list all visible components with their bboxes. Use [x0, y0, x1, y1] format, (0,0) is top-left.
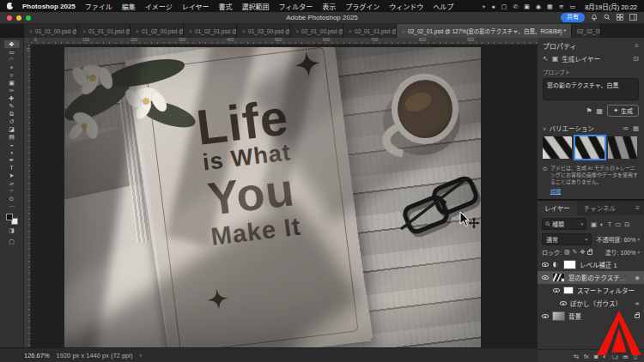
marquee-tool[interactable]: ▭ — [4, 48, 20, 56]
smart-object-filter-icon[interactable]: ⊡ — [624, 220, 629, 228]
object-selection-tool[interactable]: ⌖ — [4, 63, 20, 71]
reference-image-icon[interactable]: ⚑ — [586, 107, 592, 115]
eyedropper-tool[interactable]: ✑ — [4, 87, 20, 94]
opacity-value[interactable]: 60% — [623, 237, 635, 243]
crop-tool[interactable]: ⌗ — [4, 71, 20, 79]
app-menu[interactable]: Photoshop 2025 — [22, 3, 76, 10]
menubar-item[interactable]: 編集 — [122, 2, 136, 11]
document-tab[interactable]: × 02_01_00.psd @ 12... — [290, 24, 343, 38]
shape-layer-filter-icon[interactable]: ▭ — [615, 220, 621, 228]
lock-brush-icon[interactable]: ✎ — [573, 249, 578, 256]
document-tab[interactable]: × 01_02_00.psd @ 12... — [131, 24, 184, 38]
edit-toolbar[interactable]: ⋯ — [4, 202, 20, 210]
link-layers-icon[interactable]: ⇆ — [574, 353, 579, 360]
learn-more-link[interactable]: 詳細 — [538, 187, 644, 199]
zoom-window-button[interactable] — [26, 15, 31, 21]
type-tool[interactable]: T — [4, 164, 20, 172]
fill-value[interactable]: 100% — [621, 250, 636, 256]
camera-icon[interactable]: ▣ — [524, 3, 530, 9]
layer-visibility-eye-icon[interactable] — [542, 275, 549, 280]
variation-thumbnail-2-selected[interactable] — [575, 136, 605, 159]
collapse-chevron-icon[interactable]: ∨ — [543, 125, 546, 131]
menubar-item[interactable]: ウィンドウ — [389, 2, 423, 11]
battery-icon[interactable]: ▭ — [570, 3, 576, 9]
layer-row-selected[interactable]: 窓の影のテクスチャ、白黒 ◈ — [538, 271, 644, 284]
horizontal-ruler[interactable]: 0100200300400500600700800900 — [31, 38, 538, 45]
bluelight-icon[interactable]: ▦ — [547, 3, 553, 9]
audio-icon[interactable]: ◉ — [536, 3, 541, 9]
filter-blend-options-icon[interactable]: ≑ — [635, 300, 640, 307]
menubar-item[interactable]: レイヤー — [182, 2, 210, 11]
shape-tool[interactable]: ▱ — [4, 179, 20, 187]
color-swatches[interactable] — [6, 214, 18, 225]
smart-filter-mask-thumbnail[interactable] — [563, 287, 574, 294]
menubar-item[interactable]: ファイル — [85, 2, 112, 11]
move-tool[interactable]: ✥ — [4, 40, 20, 48]
minimize-window-button[interactable] — [16, 15, 21, 21]
clone-stamp-tool[interactable]: ⧉ — [4, 110, 20, 118]
layer-row[interactable]: レベル補正 1 — [538, 258, 644, 271]
panel-menu-icon[interactable]: ≡ — [635, 42, 639, 50]
document-tab[interactable]: × 01_01_00.psd @ 12... — [24, 24, 77, 38]
zoom-level-field[interactable]: 126.67% — [24, 352, 50, 359]
menubar-item[interactable]: イメージ — [145, 2, 173, 11]
grid-view-icon[interactable]: ▦ — [633, 124, 639, 132]
ruler-corner[interactable] — [24, 38, 31, 45]
similar-variations-icon[interactable]: ▦ — [597, 107, 604, 115]
close-tab-icon[interactable]: × — [29, 28, 33, 34]
layer-filter-dropdown[interactable]: 種類 ▾ — [542, 218, 586, 230]
variation-thumbnail-1[interactable] — [543, 136, 572, 159]
close-tab-icon[interactable]: × — [189, 28, 192, 34]
brush-tool[interactable]: ✎ — [4, 102, 20, 110]
zoom-tool[interactable]: ⊙ — [4, 195, 20, 202]
layer-visibility-eye-icon[interactable] — [542, 314, 549, 318]
screen-mirroring-icon[interactable]: ⌖ — [483, 3, 486, 9]
app-badge-icon[interactable]: ● — [492, 3, 495, 9]
vertical-ruler[interactable]: 0100200300400500 — [24, 45, 31, 347]
pixel-layer-filter-icon[interactable]: ▣ — [591, 220, 597, 228]
status-menu-chevron[interactable]: › — [139, 352, 142, 359]
quick-mask-icon[interactable]: ◨ — [9, 227, 15, 234]
menubar-item[interactable]: プラグイン — [345, 2, 380, 11]
tab-channels[interactable]: チャンネル — [577, 201, 623, 215]
document-tab[interactable]: × 01_03_00.psd @ 12... — [237, 24, 290, 38]
phone-icon[interactable]: ✆ — [513, 3, 518, 9]
filter-row[interactable]: ぼかし（ガウス） ≑ — [538, 297, 644, 310]
share-button[interactable]: 共有 — [561, 13, 585, 21]
screen-mode-icon[interactable]: ▢ — [9, 238, 15, 245]
type-layer-filter-icon[interactable]: T — [608, 220, 612, 228]
pen-tool[interactable]: ✒ — [4, 156, 20, 164]
healing-brush-tool[interactable]: ✚ — [4, 94, 20, 102]
frame-tool[interactable]: ▣ — [4, 79, 20, 87]
list-view-icon[interactable]: ≔ — [622, 124, 629, 132]
apple-menu-icon[interactable] — [7, 3, 13, 9]
close-tab-icon[interactable]: × — [402, 28, 405, 34]
menubar-item[interactable]: フィルター — [278, 2, 313, 11]
document-tab[interactable]: × 01_01_01.psd @ 12... — [77, 24, 131, 38]
layer-mask-thumbnail[interactable] — [563, 260, 576, 269]
menubar-clock[interactable]: 8月19日(月) 20:22 — [585, 2, 637, 11]
dodge-tool[interactable]: ◖ — [4, 148, 20, 156]
menubar-item[interactable]: 書式 — [218, 2, 232, 11]
prompt-input[interactable]: 窓の影のテクスチャ、白黒 — [543, 78, 639, 100]
document-tab[interactable]: 02_02_00.p... — [572, 24, 601, 38]
smart-filter-row[interactable]: スマートフィルター — [538, 284, 644, 297]
document-tab[interactable]: × 02_01_01.psd @ 12... — [343, 24, 397, 38]
hand-tool[interactable]: ☞ — [4, 187, 20, 195]
close-tab-icon[interactable]: × — [242, 28, 246, 34]
close-tab-icon[interactable]: × — [349, 28, 352, 34]
notifications-bell-icon[interactable] — [591, 14, 598, 21]
eraser-tool[interactable]: ◪ — [4, 125, 20, 133]
document-tab[interactable]: × 01_02_01.psd @ 12... — [184, 24, 237, 38]
lock-position-icon[interactable]: ✥ — [580, 249, 585, 256]
blend-mode-dropdown[interactable]: 通常 ▾ — [542, 233, 592, 245]
gradient-tool[interactable]: ▤ — [4, 133, 20, 141]
lock-all-icon[interactable] — [587, 250, 592, 255]
layer-visibility-eye-icon[interactable] — [553, 288, 560, 293]
document-tab-active[interactable]: × 02_02_01.psd @ 127%(窓の影のテクスチャ、白黒、RGB/8… — [397, 24, 572, 38]
foreground-color-swatch[interactable] — [6, 214, 13, 220]
close-tab-icon[interactable]: × — [136, 28, 139, 34]
search-icon[interactable] — [604, 14, 611, 21]
background-layer-thumbnail[interactable] — [552, 311, 565, 321]
display-icon[interactable]: ▢ — [501, 3, 507, 9]
